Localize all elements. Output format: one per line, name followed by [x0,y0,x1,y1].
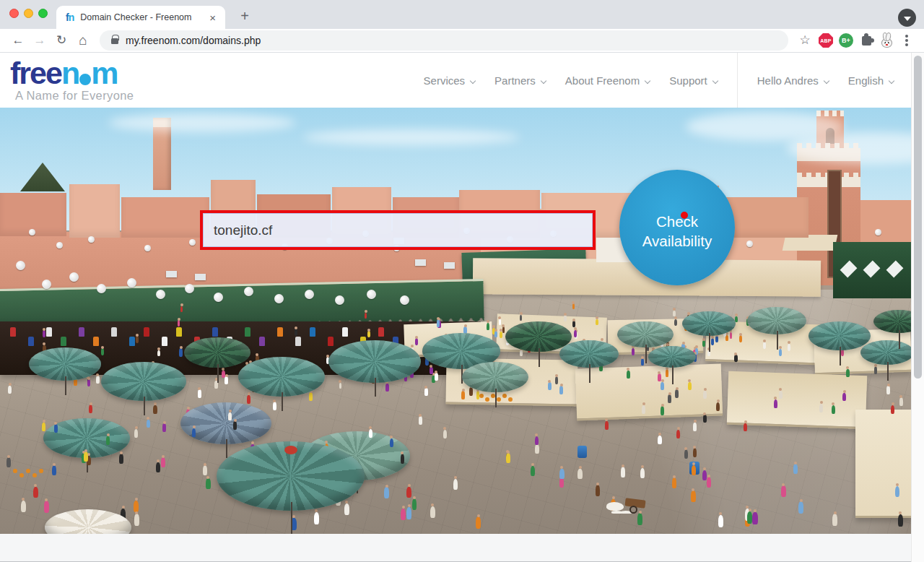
freenom-logo[interactable]: freenm [10,59,117,87]
pp [672,477,676,488]
hero-photo: Check Availability [0,108,911,534]
dish [156,290,165,299]
pp [406,507,411,519]
pp [369,429,372,438]
extensions-button[interactable] [856,30,876,51]
pp [339,383,342,389]
pp [641,358,644,366]
umbrella [101,362,186,401]
pp [203,465,207,475]
adblock-extension-button[interactable]: ABP [816,30,836,51]
pp [640,468,645,478]
bookmark-star-button[interactable] [794,30,816,51]
pp [430,367,432,374]
browser-menu-button[interactable] [897,30,917,51]
scrollbar-thumb[interactable] [914,56,922,379]
pp [658,436,661,445]
page-scrollbar[interactable] [911,53,924,562]
pp [676,430,680,438]
umbrella [328,340,421,383]
forward-button[interactable] [29,30,51,51]
pp [415,338,418,345]
pp [179,348,183,356]
pp [684,449,689,459]
new-tab-button[interactable]: + [235,7,254,26]
pp [819,404,823,412]
rabbit-icon [881,38,892,48]
dish [214,293,223,302]
browser-tab[interactable]: fn Domain Checker - Freenom × [56,6,225,29]
reload-button[interactable] [51,30,72,51]
kiosk-diamond [886,261,904,278]
home-button[interactable] [72,30,94,51]
address-bar[interactable]: my.freenom.com/domains.php [100,30,788,51]
pp [101,348,104,355]
pp [788,344,790,351]
pp [225,376,228,384]
pp [559,469,564,479]
jer [277,327,283,337]
pp [688,382,692,390]
dish [88,236,95,243]
orange-dot [497,397,501,402]
nav-item-account[interactable]: Hello Andres [757,74,829,87]
tab-strip: fn Domain Checker - Freenom × + [0,0,924,29]
pp [162,423,166,432]
pp [453,479,458,490]
nav-item-about-freenom[interactable]: About Freenom [565,74,650,87]
pp [891,405,894,414]
kebab-menu-icon [905,39,908,42]
jer [310,327,315,337]
pp [487,323,489,330]
domain-input[interactable] [203,213,593,247]
traffic-light-zoom-button[interactable] [38,9,48,18]
pp [661,382,664,390]
pp [424,388,428,396]
pp [711,338,714,345]
pp [898,514,903,527]
pp [842,393,846,402]
jer [328,337,334,346]
jer [342,327,348,337]
jer [259,337,265,346]
check-availability-button[interactable]: Check Availability [619,170,735,285]
bplus-extension-button[interactable]: B+ [836,30,856,51]
back-button[interactable] [7,30,29,51]
jer [93,337,99,346]
nav-item-language[interactable]: English [848,74,894,87]
pp [119,454,123,464]
traffic-light-minimize-button[interactable] [24,9,33,18]
pp [430,506,435,519]
nav-item-partners[interactable]: Partners [494,74,546,87]
traffic-light-close-button[interactable] [9,9,19,18]
pp [401,454,405,464]
pp [419,416,422,424]
pp [535,436,539,446]
tab-close-icon[interactable]: × [207,12,218,24]
dish [746,241,753,247]
dish [305,290,314,299]
chevron-down-icon [889,77,894,83]
browser-profile-button[interactable] [898,9,916,27]
pp [385,384,389,392]
pp [390,438,393,448]
browser-window: fn Domain Checker - Freenom × + my.freen… [0,0,924,562]
chevron-down-icon [470,77,476,83]
nav-item-support[interactable]: Support [669,74,718,87]
pp [499,319,502,324]
rabbit-extension-button[interactable] [876,30,897,51]
url-text[interactable]: my.freenom.com/domains.php [126,35,261,46]
pp [476,391,480,399]
kiosk-diamond [840,261,858,278]
main-nav: Services Partners About Freenom Support … [404,53,894,108]
jer [144,327,149,337]
umbrella [462,362,528,392]
jer [129,337,135,346]
pp [233,421,237,430]
umbrella [217,441,365,511]
dish [367,290,376,299]
pp [494,331,497,337]
umbrella [238,357,325,397]
nav-item-services[interactable]: Services [424,74,476,87]
horse [606,502,624,511]
